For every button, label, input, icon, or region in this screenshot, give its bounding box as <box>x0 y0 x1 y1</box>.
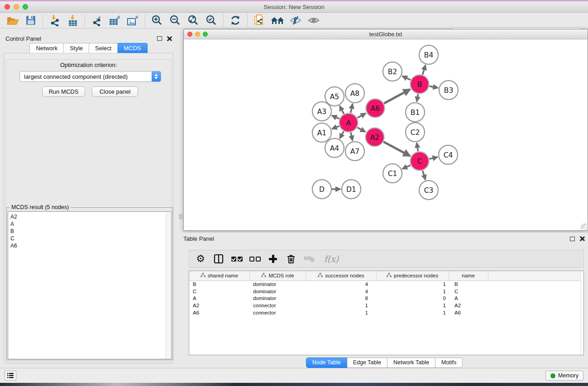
graph-node-A5[interactable]: A5 <box>325 87 344 106</box>
refresh-icon[interactable] <box>229 14 242 27</box>
table-row[interactable]: A6connector11A6 <box>189 309 583 316</box>
graph-node-D[interactable]: D <box>312 180 331 199</box>
column-header-successor-nodes[interactable]: successor nodes <box>306 271 376 281</box>
export-image-icon[interactable] <box>126 14 140 27</box>
cell[interactable]: 4 <box>306 288 376 295</box>
cell[interactable]: 1 <box>306 302 376 309</box>
zoom-in-icon[interactable] <box>150 14 164 27</box>
result-item[interactable]: A2 <box>8 213 171 220</box>
graph-edge-B-B2[interactable] <box>402 76 411 80</box>
cell[interactable]: A <box>449 295 488 302</box>
close-panel-button[interactable]: Close panel <box>92 86 138 97</box>
cell[interactable]: 1 <box>306 309 376 316</box>
zoom-out-icon[interactable] <box>168 14 182 27</box>
column-header-name[interactable]: name <box>449 271 488 281</box>
cell[interactable]: A6 <box>189 309 249 316</box>
cell[interactable]: dominator <box>249 295 306 302</box>
graph-edge-A-A7[interactable] <box>351 132 353 140</box>
graph-node-B1[interactable]: B1 <box>406 103 425 122</box>
task-history-button[interactable] <box>5 371 16 381</box>
result-item[interactable]: A6 <box>8 242 171 249</box>
network-window-titlebar[interactable]: testGlobe.txt <box>184 29 588 39</box>
cell[interactable]: A2 <box>449 302 488 309</box>
tab-node-table[interactable]: Node Table <box>306 357 347 368</box>
graph-node-D1[interactable]: D1 <box>342 180 361 199</box>
cell[interactable]: A <box>189 295 249 302</box>
settings-icon[interactable]: ⚙ <box>195 253 206 265</box>
cell[interactable]: 1 <box>376 302 449 309</box>
graph-node-A1[interactable]: A1 <box>312 123 331 142</box>
zoom-fit-icon[interactable] <box>186 14 200 27</box>
graph-edge-A-A8[interactable] <box>351 104 353 113</box>
graph-edge-B-B3[interactable] <box>430 86 438 88</box>
cell[interactable]: 4 <box>306 281 376 288</box>
delete-table-icon[interactable] <box>303 253 315 265</box>
graph-node-C4[interactable]: C4 <box>439 145 458 164</box>
table-row[interactable]: Bdominator41B <box>189 281 583 288</box>
graph-node-C[interactable]: C <box>411 152 429 171</box>
tab-network[interactable]: Network <box>29 43 64 54</box>
new-network-from-file-icon[interactable] <box>253 14 266 27</box>
cell[interactable]: dominator <box>249 288 306 295</box>
cell[interactable]: B <box>189 281 249 288</box>
cell[interactable]: C <box>449 288 488 295</box>
graph-node-B2[interactable]: B2 <box>383 62 402 81</box>
graph-edge-A2-C[interactable] <box>383 142 410 156</box>
tab-mcds[interactable]: MCDS <box>118 43 147 54</box>
close-panel-icon[interactable] <box>167 36 172 41</box>
graph-edge-C-C3[interactable] <box>423 171 425 180</box>
graph-node-C3[interactable]: C3 <box>419 181 438 200</box>
graph-edge-A-A1[interactable] <box>332 126 339 129</box>
tab-network-table[interactable]: Network Table <box>387 357 435 368</box>
cell[interactable]: 0 <box>376 295 449 302</box>
cell[interactable]: dominator <box>249 281 306 288</box>
export-network-icon[interactable] <box>90 14 104 27</box>
open-file-icon[interactable] <box>6 14 19 27</box>
cell[interactable]: B <box>449 281 488 288</box>
graph-node-B4[interactable]: B4 <box>419 45 438 64</box>
graph-node-A7[interactable]: A7 <box>345 142 364 161</box>
graph-node-A4[interactable]: A4 <box>325 138 344 157</box>
deselect-all-icon[interactable] <box>249 253 261 265</box>
cell[interactable]: 1 <box>376 281 449 288</box>
result-item[interactable]: C <box>8 235 171 242</box>
graph-edge-C-C2[interactable] <box>417 143 418 152</box>
graph-edge-A-A4[interactable] <box>340 131 344 138</box>
optimization-criterion-select[interactable]: largest connected component (directed) <box>19 71 161 82</box>
graph-node-A6[interactable]: A6 <box>366 99 385 118</box>
cell[interactable]: connector <box>249 302 306 309</box>
graph-node-A[interactable]: A <box>339 114 358 132</box>
graph-node-C2[interactable]: C2 <box>406 123 425 142</box>
cell[interactable]: 1 <box>376 288 449 295</box>
table-close-panel-icon[interactable] <box>579 236 584 241</box>
table-row[interactable]: Cdominator41C <box>189 288 583 295</box>
cell[interactable]: A6 <box>449 309 488 316</box>
graph-node-B3[interactable]: B3 <box>439 81 458 100</box>
graph-edge-A6-B[interactable] <box>384 89 410 103</box>
import-table-icon[interactable] <box>66 14 80 27</box>
table-float-panel-icon[interactable] <box>570 237 575 241</box>
export-table-icon[interactable] <box>108 14 122 27</box>
cell[interactable]: A2 <box>189 302 249 309</box>
column-header-shared-name[interactable]: shared name <box>189 271 249 281</box>
graph-edge-B-B4[interactable] <box>422 65 425 75</box>
show-details-icon[interactable] <box>307 14 320 27</box>
window-resize-grip[interactable] <box>581 224 587 230</box>
result-item[interactable]: B <box>8 228 171 235</box>
graph-edge-B-B1[interactable] <box>417 94 418 102</box>
graph-node-B[interactable]: B <box>411 75 429 94</box>
split-view-icon[interactable] <box>213 253 225 265</box>
graph-edge-A-A3[interactable] <box>332 115 339 119</box>
graph-edge-A-A5[interactable] <box>339 106 344 114</box>
delete-column-icon[interactable] <box>285 253 297 265</box>
cell[interactable]: 1 <box>376 309 449 316</box>
graph-node-A3[interactable]: A3 <box>312 102 331 121</box>
import-network-icon[interactable] <box>48 14 62 27</box>
mcds-result-list[interactable]: A2ABCA6 <box>8 211 172 359</box>
network-canvas[interactable]: B4B2BB3A8A5A6A3B1AC2A1A2A4A7C4CC1DD1C3 <box>184 39 588 230</box>
result-item[interactable]: A <box>8 220 171 228</box>
tab-style[interactable]: Style <box>64 43 89 54</box>
function-builder-icon[interactable]: f(x) <box>321 253 341 265</box>
zoom-selected-icon[interactable] <box>205 14 218 27</box>
add-column-icon[interactable] <box>267 253 279 265</box>
